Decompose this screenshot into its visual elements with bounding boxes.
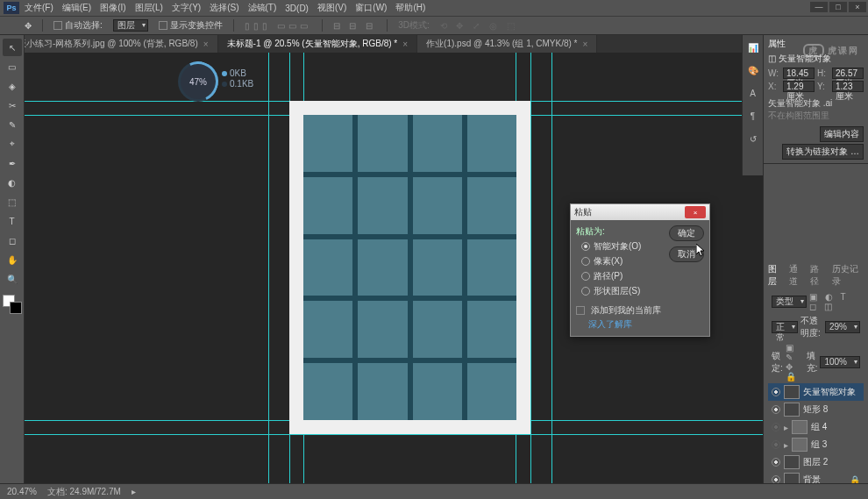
tab-doc-1[interactable]: 接版小练习-网格系列.jpg @ 100% (背景, RGB/8)× bbox=[0, 35, 218, 53]
tab-close-icon[interactable]: × bbox=[583, 39, 588, 49]
auto-select-checkbox[interactable] bbox=[53, 21, 62, 30]
w-value[interactable]: 18.45 厘米 bbox=[783, 68, 815, 79]
menu-window[interactable]: 窗口(W) bbox=[355, 2, 387, 14]
artboard[interactable] bbox=[289, 101, 530, 434]
menu-type[interactable]: 文字(Y) bbox=[172, 2, 201, 14]
window-close-button[interactable]: × bbox=[849, 2, 866, 12]
marquee-tool[interactable]: ▭ bbox=[3, 58, 22, 75]
brush-tool[interactable]: ✒ bbox=[3, 154, 22, 172]
guide-vertical[interactable] bbox=[530, 53, 531, 483]
history-icon[interactable]: ↺ bbox=[746, 132, 760, 146]
menu-help[interactable]: 帮助(H) bbox=[395, 2, 425, 14]
y-value[interactable]: 1.23 厘米 bbox=[832, 81, 864, 92]
h-value[interactable]: 26.57 厘米 bbox=[832, 68, 864, 79]
hand-tool[interactable]: ✋ bbox=[3, 251, 22, 268]
menu-image[interactable]: 图像(I) bbox=[100, 2, 125, 14]
zoom-level[interactable]: 20.47% bbox=[7, 487, 37, 496]
layers-panel: 图层 通道 路径 历史记录 类型 ▣ ◐ T ◻ ◫ 正常 不透明度: 29% … bbox=[764, 260, 868, 499]
convert-linked-button[interactable]: 转换为链接对象 … bbox=[782, 144, 864, 160]
zoom-tool[interactable]: 🔍 bbox=[3, 270, 22, 288]
lasso-tool[interactable]: ◈ bbox=[3, 77, 22, 95]
status-chevron-icon[interactable]: ▸ bbox=[132, 487, 136, 496]
chevron-right-icon[interactable]: ▸ bbox=[784, 423, 788, 432]
chevron-right-icon[interactable]: ▸ bbox=[784, 440, 788, 450]
paste-option[interactable]: 像素(X) bbox=[581, 255, 664, 267]
heal-tool[interactable]: ⌖ bbox=[3, 135, 22, 153]
guide-horizontal[interactable] bbox=[25, 434, 763, 435]
tab-close-icon[interactable]: × bbox=[203, 39, 209, 49]
layer-row[interactable]: ▸组 3 bbox=[768, 436, 864, 453]
tab-properties[interactable]: 属性 bbox=[768, 38, 786, 50]
tab-close-icon[interactable]: × bbox=[402, 39, 408, 49]
visibility-icon[interactable] bbox=[772, 405, 780, 414]
menu-filter[interactable]: 滤镜(T) bbox=[248, 2, 277, 14]
type-tool[interactable]: T bbox=[3, 212, 22, 230]
histogram-icon[interactable]: 📊 bbox=[746, 40, 760, 54]
cancel-button[interactable]: 取消 bbox=[669, 246, 704, 262]
tab-doc-2[interactable]: 未标题-1 @ 20.5% (矢量智能对象, RGB/8) *× bbox=[218, 35, 417, 53]
paste-option[interactable]: 智能对象(O) bbox=[581, 240, 664, 253]
paste-option[interactable]: 形状图层(S) bbox=[581, 285, 664, 297]
blend-mode-dropdown[interactable]: 正常 bbox=[772, 321, 798, 333]
ok-button[interactable]: 确定 bbox=[669, 225, 704, 241]
edit-contents-button[interactable]: 编辑内容 bbox=[820, 126, 864, 142]
dialog-titlebar[interactable]: 粘贴 × bbox=[571, 204, 709, 220]
learn-more-link[interactable]: 深入了解库 bbox=[588, 318, 664, 331]
visibility-icon[interactable] bbox=[772, 458, 780, 467]
radio-icon bbox=[581, 242, 590, 251]
layer-row[interactable]: ▸组 4 bbox=[768, 418, 864, 436]
radio-icon bbox=[581, 257, 590, 266]
doc-size[interactable]: 文档: 24.9M/72.7M bbox=[47, 486, 121, 498]
move-tool[interactable]: ↖ bbox=[3, 39, 22, 56]
guide-vertical[interactable] bbox=[551, 53, 552, 483]
visibility-icon[interactable] bbox=[772, 423, 780, 431]
auto-select-dropdown[interactable]: 图层 bbox=[113, 19, 148, 32]
tab-doc-3[interactable]: 作业(1).psd @ 41.3% (组 1, CMYK/8) *× bbox=[417, 35, 597, 53]
paragraph-icon[interactable]: ¶ bbox=[746, 109, 760, 123]
color-swatches[interactable] bbox=[3, 295, 22, 314]
menu-layer[interactable]: 图层(L) bbox=[135, 2, 163, 14]
gradient-tool[interactable]: ◐ bbox=[3, 174, 22, 191]
window-max-button[interactable]: □ bbox=[829, 2, 847, 12]
tab-paths[interactable]: 路径 bbox=[810, 263, 826, 288]
eyedropper-tool[interactable]: ✎ bbox=[3, 116, 22, 133]
shape-tool[interactable]: ◻ bbox=[3, 232, 22, 249]
tab-layers[interactable]: 图层 bbox=[768, 263, 784, 288]
menu-edit[interactable]: 编辑(E) bbox=[62, 2, 91, 14]
tab-channels[interactable]: 通道 bbox=[789, 263, 805, 288]
filter-kind-dropdown[interactable]: 类型 bbox=[772, 296, 807, 308]
character-icon[interactable]: A bbox=[746, 86, 760, 100]
x-value[interactable]: 1.29 厘米 bbox=[783, 81, 815, 92]
paste-option[interactable]: 路径(P) bbox=[581, 270, 664, 282]
layer-row[interactable]: 矩形 8 bbox=[768, 401, 864, 418]
menu-3d[interactable]: 3D(D) bbox=[285, 4, 309, 13]
dialog-close-button[interactable]: × bbox=[685, 206, 706, 218]
guide-vertical[interactable] bbox=[268, 53, 269, 483]
pen-tool[interactable]: ⬚ bbox=[3, 193, 22, 210]
x-label: X: bbox=[768, 82, 780, 91]
menu-view[interactable]: 视图(V) bbox=[317, 2, 346, 14]
lock-icons[interactable]: ▣ ✎ ✥ 🔒 bbox=[786, 343, 804, 381]
tab-label: 未标题-1 @ 20.5% (矢量智能对象, RGB/8) * bbox=[227, 38, 398, 50]
layer-thumb bbox=[784, 385, 800, 399]
filter-icons[interactable]: ▣ ◐ T ◻ ◫ bbox=[809, 292, 860, 311]
layer-row[interactable]: 矢量智能对象 bbox=[768, 383, 864, 401]
mode-3d-label: 3D模式: bbox=[398, 19, 430, 32]
crop-tool[interactable]: ✂ bbox=[3, 96, 22, 114]
color-icon[interactable]: 🎨 bbox=[746, 63, 760, 77]
visibility-icon[interactable] bbox=[772, 388, 780, 396]
opacity-value[interactable]: 29% bbox=[825, 321, 860, 333]
show-transform-checkbox[interactable] bbox=[159, 21, 167, 30]
add-to-library-checkbox[interactable] bbox=[576, 306, 585, 315]
menu-select[interactable]: 选择(S) bbox=[210, 2, 238, 14]
fill-value[interactable]: 100% bbox=[820, 356, 860, 368]
visibility-icon[interactable] bbox=[772, 440, 780, 449]
distribute-icons[interactable]: ⊟ ⊟ ⊟ bbox=[333, 21, 377, 31]
so-sub: 不在构图范围里 bbox=[768, 110, 864, 122]
layer-row[interactable]: 图层 2 bbox=[768, 453, 864, 471]
window-min-button[interactable]: — bbox=[810, 2, 828, 12]
grid-graphic bbox=[303, 115, 516, 420]
tab-history[interactable]: 历史记录 bbox=[832, 263, 864, 288]
menu-file[interactable]: 文件(F) bbox=[25, 2, 53, 14]
align-icons[interactable]: ▯▯▯ ▭▭▭ bbox=[245, 21, 311, 31]
